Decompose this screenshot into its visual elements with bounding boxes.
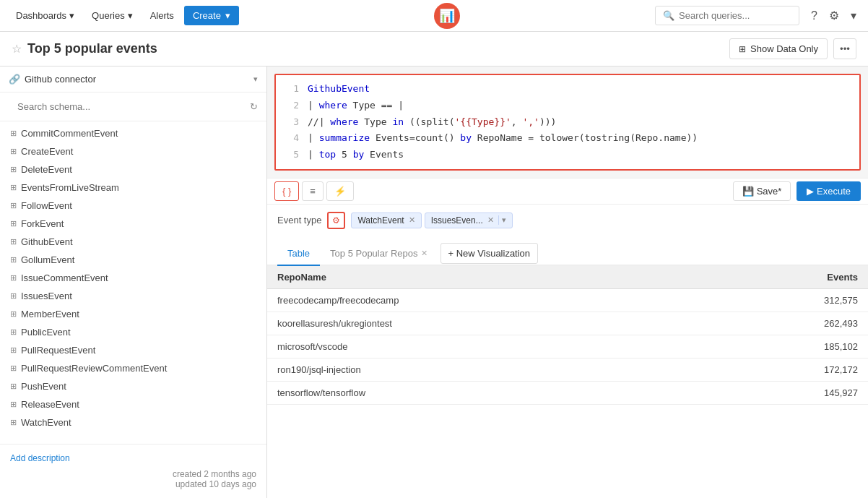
search-input[interactable] [679, 10, 791, 21]
settings-icon[interactable]: ⚙ [826, 6, 842, 25]
schema-item[interactable]: ⊞CreateEvent [0, 142, 266, 160]
code-line: 3//| where Type in ((split('{{Type}}', '… [276, 114, 859, 131]
schema-item[interactable]: ⊞PullRequestEvent [0, 341, 266, 359]
schema-icon: ≡ [310, 186, 316, 197]
repo-cell: koorellasuresh/ukregiontest [267, 312, 702, 335]
help-icon[interactable]: ? [808, 7, 820, 25]
tag-dropdown-icon[interactable]: ▾ [498, 215, 506, 225]
schema-item[interactable]: ⊞DeleteEvent [0, 160, 266, 179]
events-cell: 262,493 [702, 312, 868, 335]
schema-item[interactable]: ⊞PushEvent [0, 377, 266, 395]
schema-item-label: IssuesEvent [21, 291, 72, 301]
table-schema-icon: ⊞ [10, 364, 17, 373]
code-line: 4| summarize Events=count() by RepoName … [276, 130, 859, 147]
save-button[interactable]: 💾 Save* [733, 181, 791, 201]
schema-item[interactable]: ⊞CommitCommentEvent [0, 124, 266, 142]
ellipsis-icon: ••• [840, 43, 850, 54]
filter-tag-issues[interactable]: IssuesEven... ✕ ▾ [425, 212, 513, 228]
tag-remove-issues[interactable]: ✕ [487, 215, 494, 225]
line-content: GithubEvent [308, 82, 370, 97]
connector-name: Github connector [25, 74, 96, 85]
top-nav: Dashboards ▾ Queries ▾ Alerts Create ▾ 📊… [0, 0, 868, 32]
app-logo: 📊 [434, 3, 460, 29]
page-header: ☆ Top 5 popular events ⊞ Show Data Only … [0, 32, 868, 66]
schema-item[interactable]: ⊞ReleaseEvent [0, 395, 266, 413]
schema-item-label: GithubEvent [21, 236, 73, 247]
nav-dashboards[interactable]: Dashboards ▾ [9, 6, 82, 25]
table-row: koorellasuresh/ukregiontest262,493 [267, 312, 868, 335]
show-data-only-button[interactable]: ⊞ Show Data Only [729, 38, 828, 59]
refresh-icon[interactable]: ↻ [250, 101, 258, 112]
line-content: | summarize Events=count() by RepoName =… [308, 131, 698, 146]
table-schema-icon: ⊞ [10, 147, 17, 156]
tab-table[interactable]: Table [277, 242, 320, 266]
schema-item[interactable]: ⊞GithubEvent [0, 233, 266, 251]
events-cell: 312,575 [702, 288, 868, 312]
lightning-icon: ⚡ [334, 186, 346, 197]
tag-remove-watch[interactable]: ✕ [409, 215, 415, 225]
schema-item[interactable]: ⊞EventsFromLiveStream [0, 179, 266, 197]
updated-time: updated 10 days ago [10, 479, 256, 489]
schema-item[interactable]: ⊞IssuesEvent [0, 287, 266, 305]
search-bar[interactable]: 🔍 [655, 6, 799, 25]
new-visualization-button[interactable]: + New Visualization [440, 243, 539, 264]
line-content: | where Type == | [308, 98, 404, 113]
star-icon[interactable]: ☆ [12, 42, 22, 56]
nav-queries[interactable]: Queries ▾ [84, 6, 140, 25]
schema-search-input[interactable] [9, 97, 246, 116]
filter-gear-icon[interactable]: ⚙ [327, 212, 345, 229]
create-button[interactable]: Create ▾ [184, 6, 239, 25]
save-label: Save* [757, 186, 782, 197]
schema-item-label: GollumEvent [21, 254, 74, 265]
filter-tag-watch[interactable]: WatchEvent ✕ [351, 212, 421, 228]
schema-button[interactable]: ≡ [302, 181, 324, 201]
repo-cell: freecodecamp/freecodecamp [267, 288, 702, 312]
execute-button[interactable]: ▶ Execute [797, 181, 861, 201]
code-editor[interactable]: 1GithubEvent2| where Type == |3//| where… [274, 74, 861, 171]
create-label: Create [193, 10, 221, 21]
table-schema-icon: ⊞ [10, 400, 17, 409]
lightning-button[interactable]: ⚡ [326, 181, 354, 201]
schema-item[interactable]: ⊞FollowEvent [0, 197, 266, 215]
nav-queries-label: Queries [92, 10, 125, 21]
column-reponame: RepoName [267, 266, 702, 289]
events-cell: 145,927 [702, 381, 868, 404]
table-schema-icon: ⊞ [10, 201, 17, 210]
results-table-container: RepoName Events freecodecamp/freecodecam… [267, 266, 868, 498]
nav-alerts[interactable]: Alerts [143, 6, 181, 25]
events-cell: 172,172 [702, 358, 868, 381]
expand-icon[interactable]: ▾ [848, 6, 859, 25]
schema-item[interactable]: ⊞PullRequestReviewCommentEvent [0, 359, 266, 377]
more-options-button[interactable]: ••• [833, 38, 856, 59]
table-schema-icon: ⊞ [10, 273, 17, 283]
schema-item-label: PullRequestEvent [21, 345, 95, 356]
connector-selector[interactable]: 🔗 Github connector ▾ [0, 66, 266, 93]
schema-item[interactable]: ⊞ForkEvent [0, 215, 266, 233]
created-time: created 2 months ago [10, 469, 256, 479]
nav-alerts-label: Alerts [150, 10, 174, 21]
filter-tags: WatchEvent ✕ IssuesEven... ✕ ▾ [351, 212, 512, 228]
table-schema-icon: ⊞ [10, 183, 17, 192]
line-number: 5 [282, 147, 299, 163]
tab-top5[interactable]: Top 5 Popular Repos ✕ [320, 242, 437, 266]
schema-item[interactable]: ⊞IssueCommentEvent [0, 269, 266, 287]
table-schema-icon: ⊞ [10, 129, 17, 138]
toolbar-right: 💾 Save* ▶ Execute [733, 181, 861, 201]
schema-item[interactable]: ⊞PublicEvent [0, 323, 266, 341]
schema-item[interactable]: ⊞GollumEvent [0, 251, 266, 269]
table-schema-icon: ⊞ [10, 345, 17, 355]
format-button[interactable]: { } [274, 181, 299, 201]
schema-item[interactable]: ⊞MemberEvent [0, 305, 266, 323]
line-number: 4 [282, 131, 299, 146]
tab-table-label: Table [287, 248, 310, 259]
header-actions: ⊞ Show Data Only ••• [729, 38, 856, 59]
schema-item[interactable]: ⊞WatchEvent [0, 413, 266, 432]
tab-close-top5[interactable]: ✕ [421, 249, 428, 258]
code-line: 2| where Type == | [276, 98, 859, 114]
schema-item-label: PullRequestReviewCommentEvent [21, 363, 167, 374]
left-sidebar: 🔗 Github connector ▾ ↻ ⊞CommitCommentEve… [0, 66, 267, 498]
main-layout: 🔗 Github connector ▾ ↻ ⊞CommitCommentEve… [0, 66, 868, 498]
schema-item-label: MemberEvent [21, 309, 79, 319]
schema-item-label: WatchEvent [21, 417, 71, 428]
add-description[interactable]: Add description [10, 453, 256, 463]
